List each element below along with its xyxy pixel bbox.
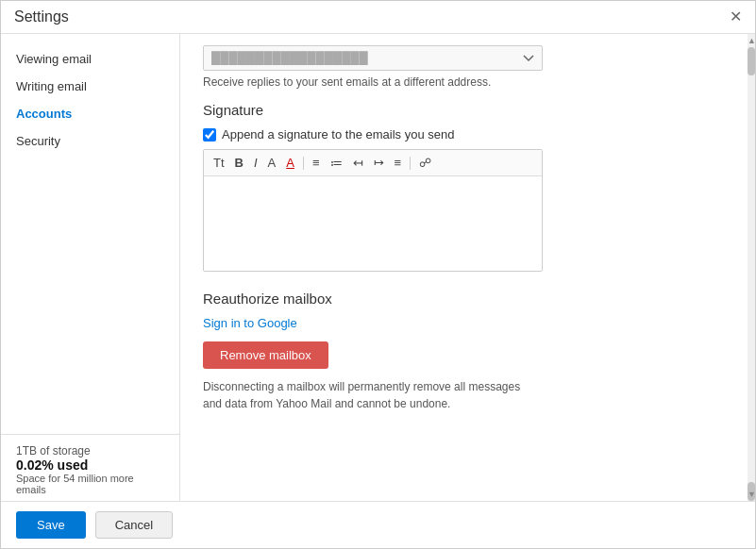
storage-section: 1TB of storage 0.02% used Space for 54 m… — [1, 434, 179, 501]
sidebar-item-writing-email[interactable]: Writing email — [1, 73, 179, 100]
dialog-footer: Save Cancel — [1, 501, 755, 548]
sidebar-item-security[interactable]: Security — [1, 127, 179, 155]
reauthorize-section: Reauthorize mailbox Sign in to Google Re… — [203, 291, 732, 412]
signature-checkbox-label: Append a signature to the emails you sen… — [222, 127, 454, 141]
toolbar-bullet-list[interactable]: ≡ — [309, 154, 324, 172]
toolbar-font-size[interactable]: Tt — [210, 154, 228, 172]
sign-in-google-link[interactable]: Sign in to Google — [203, 316, 732, 330]
scrollable-right: ██████████████████ Receive replies to yo… — [180, 34, 755, 501]
reply-address-select[interactable]: ██████████████████ — [203, 45, 543, 71]
toolbar-italic[interactable]: I — [250, 154, 261, 172]
disconnect-warning-text: Disconnecting a mailbox will permanently… — [203, 378, 538, 412]
toolbar-indent[interactable]: ↦ — [370, 154, 388, 172]
toolbar-number-list[interactable]: ≔ — [327, 154, 346, 172]
reply-address-row: ██████████████████ Receive replies to yo… — [203, 45, 732, 89]
settings-dialog: Settings ✕ Viewing email Writing email A… — [0, 0, 756, 549]
storage-more: Space for 54 million more emails — [16, 473, 164, 495]
scroll-down-arrow[interactable]: ▼ — [748, 488, 755, 501]
cancel-button[interactable]: Cancel — [95, 511, 173, 539]
save-button[interactable]: Save — [16, 511, 86, 539]
editor-body[interactable] — [204, 176, 542, 271]
right-scroll-area: ██████████████████ Receive replies to yo… — [180, 34, 755, 501]
toolbar-outdent[interactable]: ↤ — [349, 154, 367, 172]
reply-help-text: Receive replies to your sent emails at a… — [203, 75, 732, 89]
toolbar-align[interactable]: ≡ — [391, 154, 406, 172]
dialog-body: Viewing email Writing email Accounts Sec… — [1, 34, 755, 501]
scrollbar-thumb-top[interactable] — [748, 47, 755, 75]
toolbar-bold[interactable]: B — [231, 154, 247, 172]
toolbar-font-color[interactable]: A — [282, 154, 298, 172]
scrollbar[interactable]: ▲ ▼ — [748, 34, 755, 501]
sidebar-item-viewing-email[interactable]: Viewing email — [1, 45, 179, 73]
reauthorize-title: Reauthorize mailbox — [203, 291, 732, 307]
signature-section: Signature Append a signature to the emai… — [203, 102, 732, 272]
storage-used: 0.02% used — [16, 458, 164, 473]
signature-title: Signature — [203, 102, 732, 118]
signature-checkbox[interactable] — [203, 128, 216, 141]
storage-label: 1TB of storage — [16, 444, 164, 458]
sidebar-nav: Viewing email Writing email Accounts Sec… — [1, 34, 179, 434]
editor-toolbar: Tt B I A A ≡ ≔ ↤ ↦ ≡ — [204, 150, 542, 176]
scroll-up-arrow[interactable]: ▲ — [748, 34, 755, 47]
close-button[interactable]: ✕ — [730, 9, 742, 25]
dialog-title: Settings — [14, 8, 69, 25]
signature-checkbox-row: Append a signature to the emails you sen… — [203, 127, 732, 141]
left-panel: Viewing email Writing email Accounts Sec… — [1, 34, 180, 501]
remove-mailbox-button[interactable]: Remove mailbox — [203, 341, 328, 369]
content-inner: ██████████████████ Receive replies to yo… — [180, 34, 755, 444]
toolbar-font[interactable]: A — [264, 154, 280, 172]
sidebar-item-accounts[interactable]: Accounts — [1, 100, 179, 127]
signature-editor: Tt B I A A ≡ ≔ ↤ ↦ ≡ — [203, 149, 543, 272]
toolbar-sep1 — [303, 157, 304, 170]
toolbar-sep2 — [410, 157, 411, 170]
title-bar: Settings ✕ — [1, 1, 755, 34]
toolbar-link[interactable]: ☍ — [415, 154, 435, 172]
